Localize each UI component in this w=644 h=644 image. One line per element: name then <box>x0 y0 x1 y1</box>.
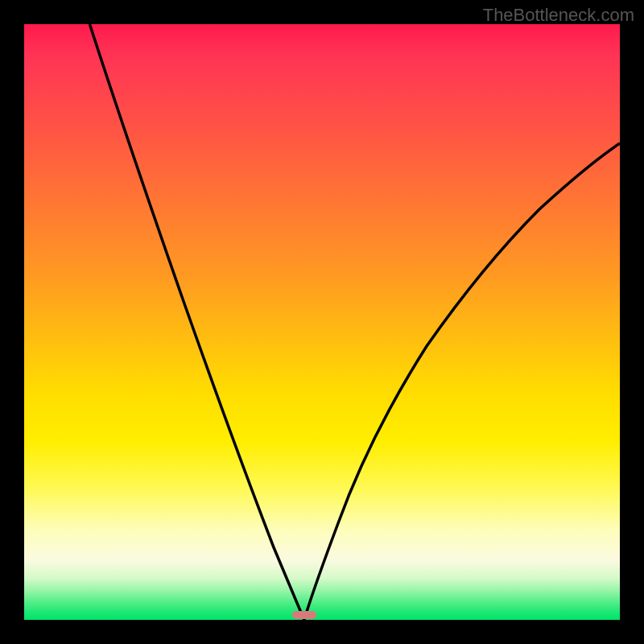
minimum-marker <box>292 611 316 619</box>
left-curve-path <box>89 24 303 620</box>
right-curve-path <box>304 143 620 620</box>
chart-container: { "watermark": "TheBottleneck.com", "cha… <box>0 0 644 644</box>
watermark-text: TheBottleneck.com <box>483 5 634 26</box>
curves-svg <box>24 24 620 620</box>
plot-area <box>24 24 620 620</box>
